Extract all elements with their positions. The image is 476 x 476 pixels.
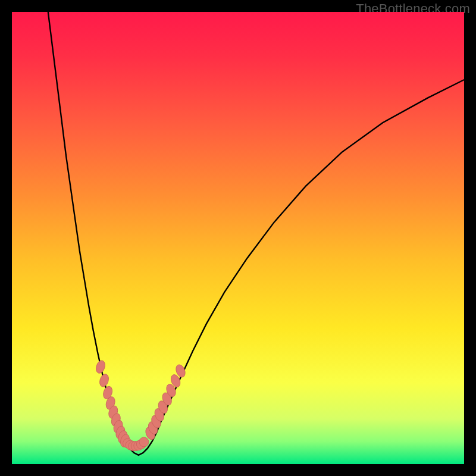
chart-plot-area [12,12,464,464]
data-marker [139,437,149,447]
outer-frame: TheBottleneck.com [0,0,476,476]
chart-svg [12,12,464,464]
gradient-background [12,12,464,464]
